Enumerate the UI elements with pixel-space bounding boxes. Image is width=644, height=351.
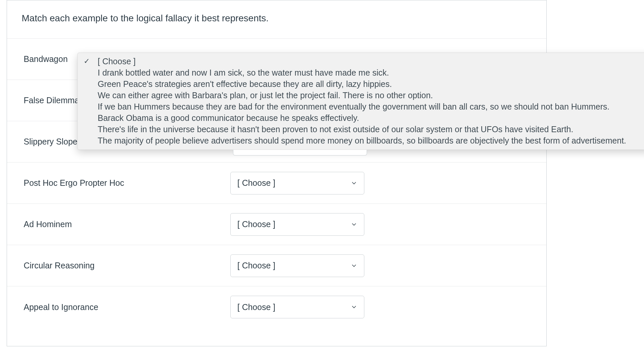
select-value: [ Choose ] bbox=[237, 178, 275, 188]
dropdown-option-5[interactable]: Barack Obama is a good communicator beca… bbox=[78, 112, 644, 124]
option-label: The majority of people believe advertise… bbox=[98, 136, 626, 146]
chevron-down-icon bbox=[351, 262, 357, 269]
select-ad-hominem[interactable]: [ Choose ] bbox=[230, 213, 364, 236]
select-value: [ Choose ] bbox=[237, 219, 275, 229]
row-label: Post Hoc Ergo Propter Hoc bbox=[24, 178, 230, 188]
option-label: Green Peace's strategies aren't effectiv… bbox=[98, 79, 392, 89]
option-label: Barack Obama is a good communicator beca… bbox=[98, 113, 359, 123]
select-post-hoc[interactable]: [ Choose ] bbox=[230, 172, 364, 194]
match-row-circular-reasoning: Circular Reasoning [ Choose ] bbox=[7, 245, 546, 286]
dropdown-option-choose[interactable]: ✓ [ Choose ] bbox=[78, 56, 644, 67]
dropdown-option-6[interactable]: There's life in the universe because it … bbox=[78, 124, 644, 135]
check-icon: ✓ bbox=[84, 57, 90, 66]
dropdown-option-7[interactable]: The majority of people believe advertise… bbox=[78, 135, 644, 146]
match-row-post-hoc: Post Hoc Ergo Propter Hoc [ Choose ] bbox=[7, 163, 546, 204]
dropdown-bandwagon-open[interactable]: ✓ [ Choose ] I drank bottled water and n… bbox=[77, 53, 644, 150]
option-label: I drank bottled water and now I am sick,… bbox=[98, 68, 389, 78]
select-value: [ Choose ] bbox=[237, 302, 275, 312]
match-row-appeal-to-ignorance: Appeal to Ignorance [ Choose ] bbox=[7, 286, 546, 328]
select-circular-reasoning[interactable]: [ Choose ] bbox=[230, 254, 364, 277]
option-label: [ Choose ] bbox=[98, 57, 136, 66]
question-prompt: Match each example to the logical fallac… bbox=[7, 0, 546, 39]
question-card: Match each example to the logical fallac… bbox=[7, 0, 547, 346]
option-label: We can either agree with Barbara's plan,… bbox=[98, 91, 433, 100]
dropdown-option-1[interactable]: I drank bottled water and now I am sick,… bbox=[78, 67, 644, 78]
chevron-down-icon bbox=[351, 221, 357, 228]
row-label: Appeal to Ignorance bbox=[24, 302, 230, 312]
option-label: There's life in the universe because it … bbox=[98, 125, 573, 134]
row-label: Ad Hominem bbox=[24, 219, 230, 229]
select-value: [ Choose ] bbox=[237, 261, 275, 270]
select-appeal-to-ignorance[interactable]: [ Choose ] bbox=[230, 296, 364, 318]
option-label: If we ban Hummers because they are bad f… bbox=[98, 102, 610, 112]
chevron-down-icon bbox=[351, 304, 357, 310]
dropdown-option-4[interactable]: If we ban Hummers because they are bad f… bbox=[78, 101, 644, 112]
chevron-down-icon bbox=[351, 180, 357, 186]
dropdown-option-2[interactable]: Green Peace's strategies aren't effectiv… bbox=[78, 78, 644, 90]
row-label: Circular Reasoning bbox=[24, 261, 230, 270]
dropdown-option-3[interactable]: We can either agree with Barbara's plan,… bbox=[78, 90, 644, 101]
match-row-ad-hominem: Ad Hominem [ Choose ] bbox=[7, 204, 546, 245]
